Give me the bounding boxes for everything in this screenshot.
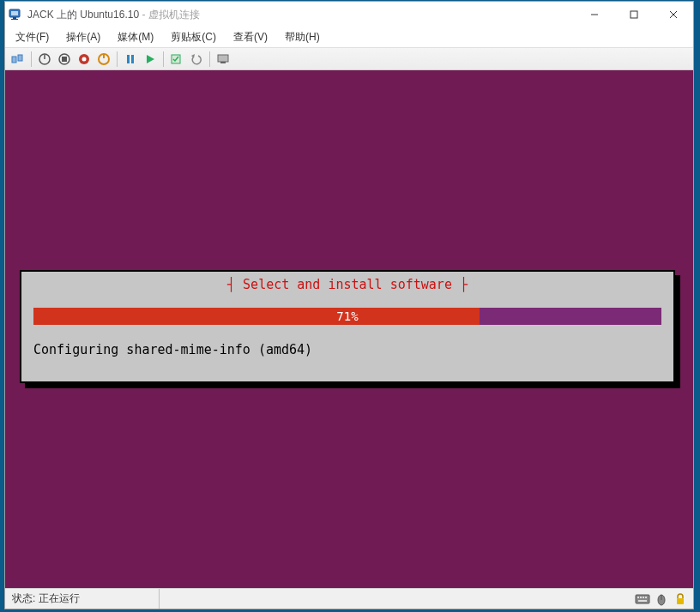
- menu-help[interactable]: 帮助(H): [281, 28, 323, 46]
- svg-rect-24: [220, 62, 226, 63]
- installer-status-text: Configuring shared-mime-info (amd64): [33, 342, 661, 357]
- turn-off-icon[interactable]: [35, 50, 54, 69]
- installer-dialog: ┤ Select and install software ├ 71% Conf…: [20, 270, 675, 383]
- pause-icon[interactable]: [121, 50, 140, 69]
- shut-down-icon[interactable]: [55, 50, 74, 69]
- menu-file[interactable]: 文件(F): [12, 28, 52, 46]
- titlebar: JACK 上的 Ubuntu16.10 - 虚拟机连接: [5, 2, 693, 27]
- svg-rect-18: [127, 55, 130, 63]
- minimize-button[interactable]: [575, 2, 614, 27]
- lock-icon: [673, 592, 688, 606]
- reset-icon[interactable]: [94, 50, 113, 69]
- mouse-icon: [654, 592, 669, 606]
- menu-media[interactable]: 媒体(M): [114, 28, 157, 46]
- installer-title: ┤ Select and install software ├: [222, 277, 473, 292]
- svg-rect-27: [640, 597, 642, 598]
- toolbar-separator: [31, 51, 32, 67]
- svg-marker-20: [147, 55, 154, 63]
- svg-rect-33: [677, 598, 684, 604]
- close-button[interactable]: [654, 2, 693, 27]
- save-icon[interactable]: [75, 50, 94, 69]
- window-controls: [575, 2, 693, 27]
- menubar: 文件(F) 操作(A) 媒体(M) 剪贴板(C) 查看(V) 帮助(H): [5, 27, 693, 48]
- status-icons: [635, 592, 693, 606]
- revert-icon[interactable]: [187, 50, 206, 69]
- toolbar-separator: [163, 51, 164, 67]
- svg-rect-28: [643, 597, 644, 598]
- svg-rect-29: [645, 597, 647, 598]
- maximize-button[interactable]: [614, 2, 654, 27]
- toolbar-separator: [117, 51, 118, 67]
- progress-bar-fill: [33, 308, 480, 325]
- checkpoint-icon[interactable]: [167, 50, 186, 69]
- keyboard-icon: [635, 592, 650, 606]
- svg-rect-3: [11, 19, 18, 20]
- menu-view[interactable]: 查看(V): [230, 28, 271, 46]
- menu-clipboard[interactable]: 剪贴板(C): [167, 28, 220, 46]
- app-icon: [9, 8, 22, 21]
- svg-rect-5: [631, 11, 637, 18]
- start-icon[interactable]: [141, 50, 160, 69]
- svg-rect-1: [11, 11, 18, 15]
- enhanced-session-icon[interactable]: [214, 50, 232, 69]
- vm-connection-window: JACK 上的 Ubuntu16.10 - 虚拟机连接 文件(F) 操作(A) …: [4, 1, 694, 609]
- svg-rect-8: [12, 57, 16, 63]
- progress-bar: 71%: [33, 308, 661, 325]
- toolbar-separator: [209, 51, 210, 67]
- window-title: JACK 上的 Ubuntu16.10 - 虚拟机连接: [27, 8, 575, 22]
- status-text: 状态: 正在运行: [5, 589, 160, 609]
- svg-rect-23: [218, 55, 228, 62]
- svg-rect-30: [638, 600, 647, 602]
- toolbar: [5, 48, 693, 70]
- svg-rect-25: [636, 595, 649, 603]
- progress-percent-label: 71%: [336, 309, 358, 323]
- svg-rect-19: [131, 55, 134, 63]
- ctrl-alt-del-icon[interactable]: [9, 50, 27, 69]
- svg-rect-13: [62, 57, 67, 62]
- statusbar: 状态: 正在运行: [5, 588, 693, 609]
- menu-action[interactable]: 操作(A): [63, 28, 104, 46]
- svg-point-15: [82, 57, 87, 61]
- svg-rect-9: [18, 55, 22, 61]
- svg-rect-2: [13, 17, 16, 19]
- vm-display-area[interactable]: ┤ Select and install software ├ 71% Conf…: [5, 70, 693, 588]
- svg-rect-26: [637, 597, 639, 598]
